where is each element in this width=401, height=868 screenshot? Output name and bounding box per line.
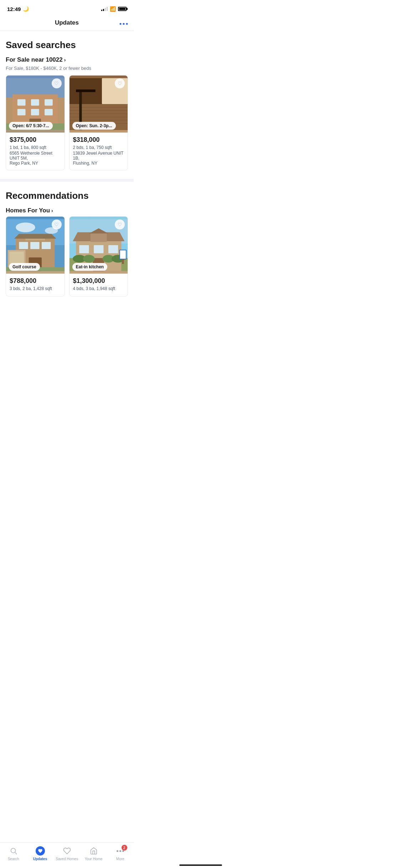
saved-search-cards: Open: 6/7 5:30-7... ♡ $375,000 1 bd, 1 b… <box>6 75 128 172</box>
listing-price: $318,000 <box>73 136 124 144</box>
listing-card[interactable]: Open: Sun. 2-3p... ♡ $318,000 2 bds, 1 b… <box>69 75 128 170</box>
svg-rect-48 <box>108 245 118 253</box>
status-time: 12:49 <box>7 6 21 12</box>
svg-rect-6 <box>17 99 26 105</box>
svg-rect-45 <box>91 233 107 242</box>
svg-point-28 <box>16 222 35 232</box>
card-image-wrap: Open: Sun. 2-3p... ♡ <box>70 76 128 133</box>
card-image-wrap: Open: 6/7 5:30-7... ♡ <box>6 76 65 133</box>
listing-price: $788,000 <box>10 277 61 285</box>
svg-rect-34 <box>42 242 51 249</box>
recommendations-section: Recommendations Homes For You › <box>0 179 134 305</box>
recommendations-subsection-title: Homes For You <box>6 207 50 214</box>
saved-searches-title: Saved searches <box>6 40 128 51</box>
svg-point-2 <box>126 23 128 25</box>
svg-rect-33 <box>19 242 28 249</box>
recommendations-title: Recommendations <box>6 190 128 201</box>
battery-icon <box>118 7 127 11</box>
card-image-wrap: Eat-in kitchen ♡ <box>70 217 128 274</box>
svg-rect-11 <box>45 109 53 115</box>
feature-badge: Golf course <box>9 263 40 271</box>
svg-rect-10 <box>31 109 39 115</box>
page-title: Updates <box>55 19 79 26</box>
content: Saved searches For Sale near 10022 › For… <box>0 31 134 334</box>
saved-search-subsection-header[interactable]: For Sale near 10022 › <box>6 56 128 63</box>
svg-rect-24 <box>76 89 95 92</box>
save-heart-button[interactable]: ♡ <box>115 219 125 229</box>
wifi-icon: 📶 <box>110 6 116 12</box>
svg-rect-9 <box>17 109 26 115</box>
open-house-badge: Open: Sun. 2-3p... <box>72 122 116 130</box>
listing-card[interactable]: Open: 6/7 5:30-7... ♡ $375,000 1 bd, 1 b… <box>6 75 65 170</box>
svg-rect-49 <box>94 245 103 253</box>
open-house-badge: Open: 6/7 5:30-7... <box>9 122 53 130</box>
listing-details: 4 bds, 3 ba, 1,948 sqft <box>73 286 124 291</box>
listing-address: 13839 Jewel Avenue UNIT 1B, <box>73 151 124 161</box>
more-options-button[interactable] <box>119 19 128 27</box>
feature-badge: Eat-in kitchen <box>72 263 108 271</box>
saved-search-subsection-title: For Sale near 10022 <box>6 56 63 63</box>
card-info: $788,000 3 bds, 2 ba, 1,428 sqft <box>6 274 65 296</box>
listing-address: 6565 Wetherole Street UNIT 5M, <box>10 151 61 161</box>
card-info: $318,000 2 bds, 1 ba, 750 sqft 13839 Jew… <box>70 133 128 170</box>
header: Updates <box>0 16 134 31</box>
status-icons: 📶 <box>101 6 127 12</box>
signal-icon <box>101 7 108 11</box>
svg-point-0 <box>120 23 122 25</box>
listing-address-2: Flushing, NY <box>73 161 124 166</box>
card-image-wrap: Golf course ♡ <box>6 217 65 274</box>
listing-details: 2 bds, 1 ba, 750 sqft <box>73 145 124 150</box>
listing-details: 3 bds, 2 ba, 1,428 sqft <box>10 286 61 291</box>
listing-price: $1,300,000 <box>73 277 124 285</box>
chevron-right-icon: › <box>64 57 66 63</box>
svg-rect-55 <box>119 250 126 259</box>
svg-rect-47 <box>79 245 89 253</box>
save-heart-button[interactable]: ♡ <box>52 78 62 88</box>
card-info: $375,000 1 bd, 1 ba, 800 sqft 6565 Wethe… <box>6 133 65 170</box>
status-bar: 12:49 🌙 📶 <box>0 0 134 16</box>
svg-rect-56 <box>122 259 124 264</box>
svg-rect-35 <box>30 242 39 249</box>
saved-search-subtitle: For Sale, $180K - $460K, 2 or fewer beds <box>6 66 128 71</box>
saved-searches-section: Saved searches For Sale near 10022 › For… <box>0 31 134 179</box>
svg-point-52 <box>83 255 95 263</box>
listing-details: 1 bd, 1 ba, 800 sqft <box>10 145 61 150</box>
recommendation-cards: Golf course ♡ $788,000 3 bds, 2 ba, 1,42… <box>6 216 128 298</box>
listing-price: $375,000 <box>10 136 61 144</box>
svg-point-1 <box>123 23 125 25</box>
chevron-right-icon: › <box>51 208 53 213</box>
moon-icon: 🌙 <box>23 6 29 12</box>
svg-marker-32 <box>14 234 56 239</box>
listing-address-2: Rego Park, NY <box>10 161 61 166</box>
save-heart-button[interactable]: ♡ <box>115 78 125 88</box>
svg-rect-7 <box>31 99 39 105</box>
listing-card[interactable]: Golf course ♡ $788,000 3 bds, 2 ba, 1,42… <box>6 216 65 296</box>
card-info: $1,300,000 4 bds, 3 ba, 1,948 sqft <box>70 274 128 296</box>
listing-card[interactable]: Eat-in kitchen ♡ $1,300,000 4 bds, 3 ba,… <box>69 216 128 296</box>
save-heart-button[interactable]: ♡ <box>52 219 62 229</box>
svg-rect-8 <box>45 99 53 105</box>
recommendations-subsection-header[interactable]: Homes For You › <box>6 207 128 214</box>
